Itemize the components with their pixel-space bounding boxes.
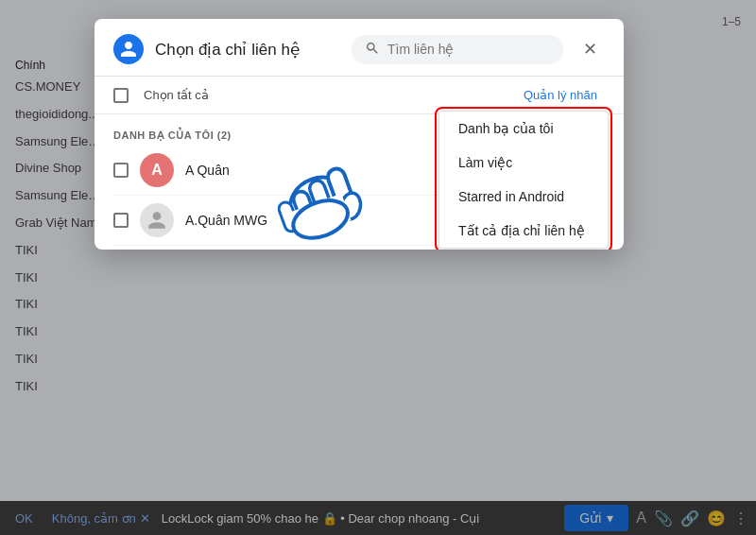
manage-labels-button[interactable]: Quản lý nhãn <box>516 84 605 106</box>
contact-group-dropdown: Danh bạ của tôi Làm việc Starred in Andr… <box>438 111 609 249</box>
dialog-header: Chọn địa chỉ liên hệ ✕ <box>94 19 624 77</box>
select-all-label: Chọn tất cả <box>144 88 209 102</box>
search-icon <box>365 41 380 59</box>
dropdown-item-lam-viec[interactable]: Làm việc <box>439 146 608 180</box>
dropdown-item-danh-ba[interactable]: Danh bạ của tôi <box>439 112 608 146</box>
contact-picker-dialog: Chọn địa chỉ liên hệ ✕ Chọn tất cả Quản … <box>94 19 624 250</box>
contact-avatar-a-quan: A <box>140 153 174 187</box>
search-box[interactable] <box>352 35 563 64</box>
dialog-toolbar: Chọn tất cả Quản lý nhãn Danh bạ của tôi… <box>94 77 624 114</box>
contact-checkbox-a-quan-mwg[interactable] <box>113 213 129 228</box>
close-dialog-button[interactable]: ✕ <box>575 34 605 64</box>
dropdown-item-starred-android[interactable]: Starred in Android <box>439 180 608 214</box>
search-input[interactable] <box>387 42 550 57</box>
gmail-background: Chính CS.MONEY thegioididong.... Samsung… <box>0 0 756 535</box>
contact-checkbox-a-quan[interactable] <box>113 163 129 178</box>
contact-avatar-a-quan-mwg <box>140 203 174 237</box>
select-all-checkbox[interactable] <box>113 88 129 103</box>
dialog-title-icon <box>113 34 144 64</box>
dropdown-item-tat-ca[interactable]: Tất cả địa chỉ liên hệ <box>439 214 608 248</box>
dialog-title: Chọn địa chỉ liên hệ <box>155 40 340 60</box>
